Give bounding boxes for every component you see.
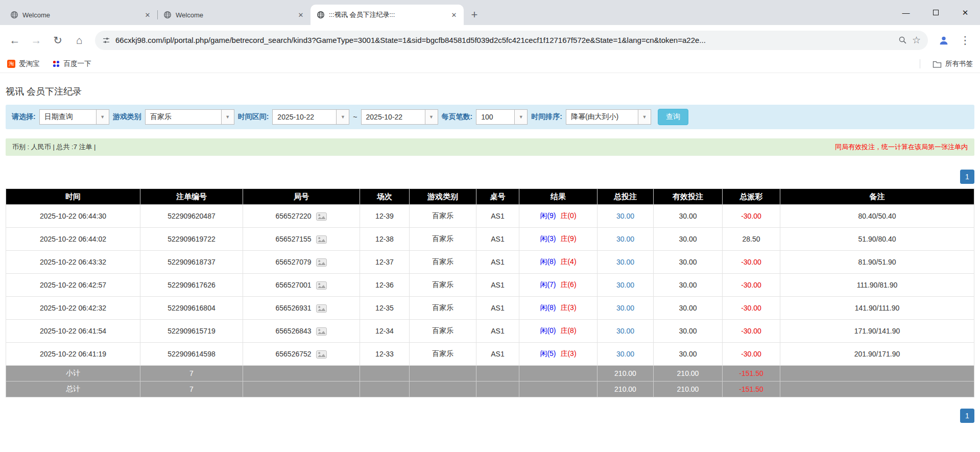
round-id-text: 656527079 [276,258,312,267]
round-preview-icon[interactable] [316,212,327,221]
cell-total-bet: 30.00 [597,297,654,320]
game-type-select[interactable]: 百家乐 ▼ [145,109,234,125]
reload-button[interactable]: ↻ [48,31,67,50]
empty-cell [780,382,974,397]
chevron-down-icon[interactable]: ▼ [222,109,234,125]
total-bet-link[interactable]: 30.00 [616,258,634,266]
result-banker: 庄(8) [560,326,576,335]
tab-close-icon[interactable]: ✕ [143,10,152,19]
cell-bet-id: 522909614598 [140,343,243,366]
cell-bet-id: 522909619722 [140,228,243,251]
empty-cell [360,382,410,397]
window-maximize-button[interactable] [921,0,950,25]
page-number-button[interactable]: 1 [960,170,974,184]
result-player: 闲(8) [540,257,556,266]
col-header-table-no: 桌号 [476,189,519,205]
forward-button[interactable]: → [27,31,46,50]
window-minimize-button[interactable]: — [891,0,921,25]
cell-payout: -30.00 [723,274,780,297]
query-mode-select[interactable]: 日期查询 ▼ [39,109,109,125]
cell-time: 2025-10-22 06:42:57 [6,274,140,297]
chevron-down-icon[interactable]: ▼ [515,109,528,125]
chevron-down-icon[interactable]: ▼ [97,109,109,125]
sort-order-select[interactable]: 降幂(由大到小) ▼ [566,109,651,125]
round-id-text: 656527001 [276,281,312,290]
window-close-button[interactable]: ✕ [950,0,980,25]
total-label: 总计 [6,382,140,397]
all-bookmarks-button[interactable]: 所有书签 [933,59,973,68]
total-bet-link[interactable]: 30.00 [616,212,634,220]
cell-game-type: 百家乐 [410,297,476,320]
search-button[interactable]: 查询 [658,109,688,125]
profile-avatar[interactable] [934,31,953,50]
round-preview-icon[interactable] [316,281,327,290]
tab-close-icon[interactable]: ✕ [449,10,459,19]
empty-cell [476,382,519,397]
result-player: 闲(5) [540,349,556,358]
empty-cell [360,366,410,382]
cell-time: 2025-10-22 06:43:32 [6,251,140,274]
tab-close-icon[interactable]: ✕ [296,10,305,19]
cell-note: 80.40/50.40 [780,205,974,228]
chevron-down-icon[interactable]: ▼ [425,109,438,125]
round-preview-icon[interactable] [316,258,327,267]
cell-round-id: 656527079 [243,251,360,274]
col-header-payout: 总派彩 [723,189,780,205]
round-preview-icon[interactable] [316,327,327,336]
menu-kebab-icon[interactable]: ⋮ [955,31,975,50]
browser-tab-1[interactable]: Welcome ✕ [4,5,157,25]
cell-game-type: 百家乐 [410,274,476,297]
globe-favicon [163,11,172,19]
round-preview-icon[interactable] [316,350,327,359]
cell-round-id: 656526931 [243,297,360,320]
cell-valid-bet: 30.00 [654,228,723,251]
cell-session: 12-38 [360,228,410,251]
cell-total-bet: 30.00 [597,343,654,366]
cell-result: 闲(3) 庄(9) [519,228,597,251]
total-bet-link[interactable]: 30.00 [616,281,634,289]
total-bet-link[interactable]: 30.00 [616,350,634,358]
cell-payout: -30.00 [723,251,780,274]
table-row: 2025-10-22 06:42:32 522909616804 6565269… [6,297,974,320]
all-bookmarks-label: 所有书签 [945,59,973,68]
url-text[interactable]: 66cxkj98.com/ipl/portal.php/game/betreco… [115,36,893,44]
per-page-select[interactable]: 100 ▼ [476,109,528,125]
home-button[interactable]: ⌂ [69,31,89,50]
zoom-icon[interactable] [898,36,907,44]
globe-favicon [10,11,18,19]
cell-bet-id: 522909618737 [140,251,243,274]
site-settings-icon[interactable] [102,36,110,44]
page-number-button[interactable]: 1 [960,409,974,423]
total-bet-link[interactable]: 30.00 [616,235,634,243]
browser-tab-2[interactable]: Welcome ✕ [157,5,310,25]
round-id-text: 656526843 [276,327,312,336]
cell-round-id: 656527001 [243,274,360,297]
cell-valid-bet: 30.00 [654,205,723,228]
total-bet-link[interactable]: 30.00 [616,304,634,312]
globe-favicon [317,11,325,19]
chevron-down-icon[interactable]: ▼ [337,109,349,125]
bookmark-baidu[interactable]: 百度一下 [52,59,91,68]
round-id-text: 656526752 [276,350,312,359]
page-title: 视讯 会员下注纪录 [6,85,974,98]
col-header-total-bet: 总投注 [597,189,654,205]
bookmark-taobao[interactable]: 淘 爱淘宝 [7,59,40,68]
empty-cell [410,366,476,382]
date-to-select[interactable]: 2025-10-22 ▼ [361,109,438,125]
col-header-result: 结果 [519,189,597,205]
address-bar[interactable]: 66cxkj98.com/ipl/portal.php/game/betreco… [95,31,928,50]
new-tab-button[interactable]: + [467,7,482,22]
browser-tab-active[interactable]: :::视讯 会员下注纪录::: ✕ [310,5,464,25]
table-row: 2025-10-22 06:41:19 522909614598 6565267… [6,343,974,366]
chevron-down-icon[interactable]: ▼ [638,109,651,125]
back-button[interactable]: ← [5,31,25,50]
round-preview-icon[interactable] [316,235,327,244]
date-from-select[interactable]: 2025-10-22 ▼ [272,109,349,125]
total-bet-link[interactable]: 30.00 [616,327,634,335]
round-preview-icon[interactable] [316,304,327,313]
bookmark-label: 百度一下 [64,59,91,68]
empty-cell [476,366,519,382]
bookmark-star-icon[interactable]: ☆ [912,34,921,46]
cell-payout: -30.00 [723,343,780,366]
bookmark-label: 爱淘宝 [19,59,40,68]
